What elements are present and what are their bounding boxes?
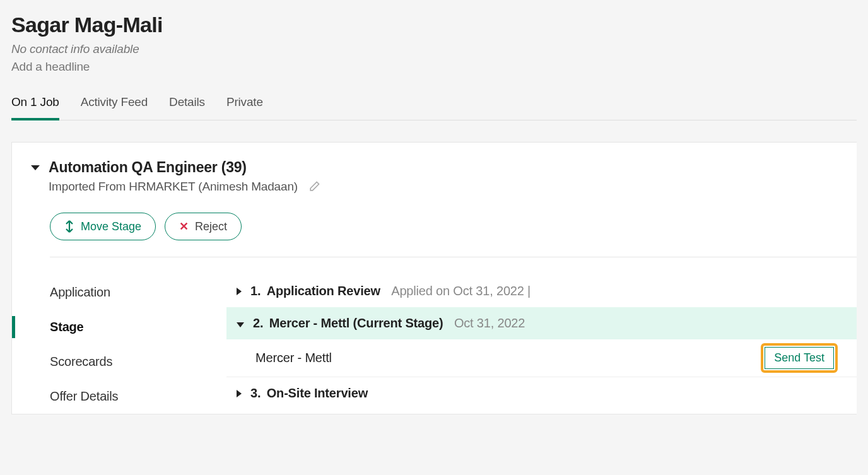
stage-number: 3. (250, 386, 261, 400)
move-stage-button[interactable]: Move Stage (50, 213, 156, 240)
stage-label: On-Site Interview (267, 386, 368, 400)
stage-mercer-mettl[interactable]: 2. Mercer - Mettl (Current Stage) Oct 31… (226, 307, 857, 339)
stage-label: Mercer - Mettl (Current Stage) (269, 316, 443, 330)
job-source-text: Imported From HRMARKET (Animesh Madaan) (49, 180, 298, 194)
side-nav-stage[interactable]: Stage (50, 310, 226, 344)
collapse-icon (237, 316, 244, 331)
stage-number: 2. (253, 316, 263, 330)
tab-details[interactable]: Details (169, 89, 205, 120)
divider (50, 257, 857, 257)
stage-label: Application Review (267, 284, 380, 298)
stage-application-review[interactable]: 1. Application Review Applied on Oct 31,… (226, 275, 857, 307)
job-title: Automation QA Engineer (39) (49, 159, 320, 176)
edit-source-icon[interactable] (308, 180, 320, 193)
stages-panel: 1. Application Review Applied on Oct 31,… (226, 275, 857, 414)
reject-button[interactable]: ✕ Reject (165, 213, 242, 240)
job-card: Automation QA Engineer (39) Imported Fro… (11, 142, 857, 414)
tab-private[interactable]: Private (226, 89, 263, 120)
collapse-job-icon[interactable] (31, 159, 40, 173)
side-nav: Application Stage Scorecards Offer Detai… (31, 275, 226, 414)
stage-meta: Oct 31, 2022 (454, 316, 525, 330)
expand-icon (237, 284, 242, 298)
stage-meta: Applied on Oct 31, 2022 | (391, 284, 531, 298)
move-stage-label: Move Stage (81, 220, 141, 233)
contact-info: No contact info available (11, 42, 857, 56)
side-nav-offer-details[interactable]: Offer Details (50, 379, 226, 414)
reject-icon: ✕ (179, 220, 189, 233)
reject-label: Reject (195, 220, 227, 233)
tabs: On 1 Job Activity Feed Details Private (11, 89, 857, 120)
send-test-button[interactable]: Send Test (765, 347, 834, 369)
add-headline-link[interactable]: Add a headline (11, 60, 857, 74)
stage-on-site-interview[interactable]: 3. On-Site Interview (226, 377, 857, 409)
stage-sub-label: Mercer - Mettl (255, 351, 332, 365)
stage-number: 1. (250, 284, 261, 298)
candidate-name: Sagar Mag-Mali (11, 13, 857, 37)
tab-on-job[interactable]: On 1 Job (11, 89, 59, 120)
move-stage-icon (64, 220, 74, 233)
tab-activity-feed[interactable]: Activity Feed (81, 89, 148, 120)
side-nav-application[interactable]: Application (50, 275, 226, 310)
side-nav-scorecards[interactable]: Scorecards (50, 344, 226, 379)
stage-sub-mercer-mettl: Mercer - Mettl Send Test (226, 339, 857, 377)
expand-icon (237, 386, 242, 401)
